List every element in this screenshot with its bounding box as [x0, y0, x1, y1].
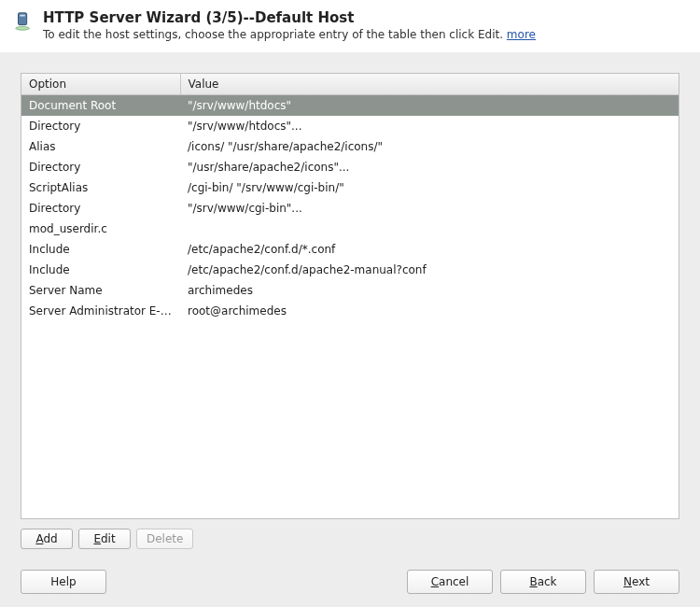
table-empty-area [21, 321, 679, 518]
cell-value: "/srv/www/htdocs" [180, 95, 679, 117]
cell-option: Include [21, 239, 180, 260]
table-row[interactable]: Server Administrator E-Mailroot@archimed… [21, 301, 679, 321]
cell-value: /etc/apache2/conf.d/*.conf [180, 239, 679, 260]
cell-option: Directory [21, 116, 180, 136]
cell-option: Alias [21, 136, 180, 157]
page-title: HTTP Server Wizard (3/5)--Default Host [43, 9, 687, 26]
next-button[interactable]: Next [594, 570, 679, 594]
add-button[interactable]: Add [21, 529, 73, 549]
server-icon [13, 11, 34, 32]
cell-option: Server Administrator E-Mail [21, 301, 180, 321]
table-row[interactable]: Directory"/usr/share/apache2/icons"... [21, 157, 679, 177]
table-row[interactable]: Server Namearchimedes [21, 280, 679, 301]
cell-option: mod_userdir.c [21, 219, 180, 239]
cell-option: Include [21, 260, 180, 280]
edit-button[interactable]: Edit [78, 529, 131, 549]
cell-value: /icons/ "/usr/share/apache2/icons/" [180, 136, 679, 157]
cell-value: /etc/apache2/conf.d/apache2-manual?conf [180, 260, 679, 280]
delete-button: Delete [136, 529, 193, 549]
page-subtitle: To edit the host settings, choose the ap… [43, 28, 687, 41]
cell-option: Document Root [21, 95, 180, 117]
column-header-option[interactable]: Option [21, 74, 180, 95]
table-row[interactable]: ScriptAlias/cgi-bin/ "/srv/www/cgi-bin/" [21, 177, 679, 198]
cell-option: Directory [21, 198, 180, 219]
table-row[interactable]: Directory"/srv/www/cgi-bin"... [21, 198, 679, 219]
cell-option: ScriptAlias [21, 177, 180, 198]
cell-value: "/srv/www/htdocs"... [180, 116, 679, 136]
table-header-row[interactable]: Option Value [21, 74, 679, 95]
subtitle-text: To edit the host settings, choose the ap… [43, 28, 507, 41]
cell-value: root@archimedes [180, 301, 679, 321]
column-header-value[interactable]: Value [180, 74, 679, 95]
svg-rect-1 [20, 15, 24, 17]
table-row[interactable]: Include/etc/apache2/conf.d/apache2-manua… [21, 260, 679, 280]
cell-value: archimedes [180, 280, 679, 301]
table-row[interactable]: mod_userdir.c [21, 219, 679, 239]
cell-value: "/usr/share/apache2/icons"... [180, 157, 679, 177]
wizard-header: HTTP Server Wizard (3/5)--Default Host T… [0, 0, 700, 52]
table-row[interactable]: Document Root"/srv/www/htdocs" [21, 95, 679, 117]
cancel-button[interactable]: Cancel [407, 570, 493, 594]
cell-value [180, 219, 679, 239]
cell-option: Server Name [21, 280, 180, 301]
table-row[interactable]: Include/etc/apache2/conf.d/*.conf [21, 239, 679, 260]
cell-value: "/srv/www/cgi-bin"... [180, 198, 679, 219]
help-button[interactable]: Help [21, 570, 106, 594]
table-row[interactable]: Alias/icons/ "/usr/share/apache2/icons/" [21, 136, 679, 157]
delete-button-label: Delete [147, 532, 183, 545]
svg-point-2 [16, 27, 30, 31]
more-link[interactable]: more [507, 28, 536, 41]
table-row[interactable]: Directory"/srv/www/htdocs"... [21, 116, 679, 136]
settings-table[interactable]: Option Value Document Root"/srv/www/htdo… [21, 73, 679, 519]
cell-value: /cgi-bin/ "/srv/www/cgi-bin/" [180, 177, 679, 198]
cell-option: Directory [21, 157, 180, 177]
back-button[interactable]: Back [500, 570, 586, 594]
